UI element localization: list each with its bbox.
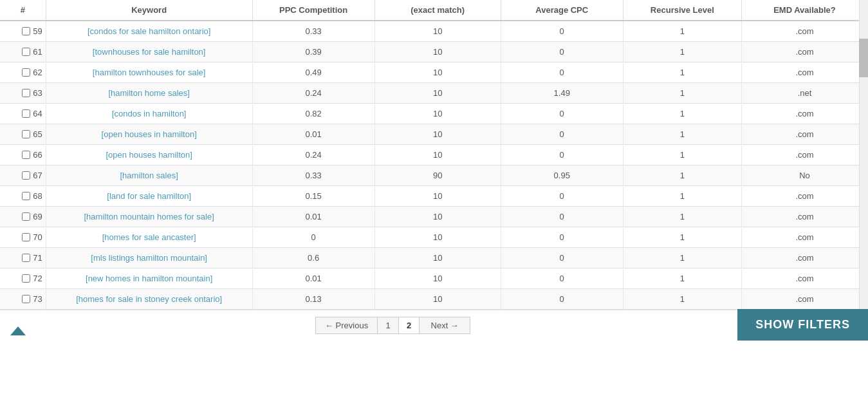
- table-row: 65[open houses in hamilton]0.011001.com: [0, 124, 868, 145]
- row-number: 70: [33, 232, 42, 242]
- keyword-cell: [hamilton townhouses for sale]: [46, 62, 252, 83]
- emd-available-cell: .com: [741, 248, 867, 268]
- row-checkbox[interactable]: [22, 48, 30, 56]
- ppc-cell: 0.13: [252, 289, 374, 310]
- row-checkbox[interactable]: [22, 295, 30, 303]
- row-number: 67: [33, 171, 42, 180]
- row-number: 64: [33, 109, 42, 118]
- row-number-cell: 70: [0, 227, 46, 248]
- pagination-bar: ← Previous 12 Next → SHOW FILTERS: [0, 310, 868, 341]
- ppc-cell: 0.24: [252, 145, 374, 165]
- exact-match-cell: 10: [374, 62, 501, 83]
- exact-match-cell: 10: [374, 248, 501, 268]
- recursive-level-cell: 1: [623, 268, 741, 289]
- table-row: 66[open houses hamilton]0.241001.com: [0, 145, 868, 165]
- row-number: 68: [33, 191, 42, 201]
- row-number: 59: [33, 26, 42, 36]
- emd-available-cell: .com: [741, 268, 867, 289]
- row-checkbox[interactable]: [22, 151, 30, 159]
- scrollbar[interactable]: [859, 0, 868, 310]
- row-checkbox[interactable]: [22, 192, 30, 200]
- ppc-cell: 0.33: [252, 165, 374, 186]
- table-row: 61[townhouses for sale hamilton]0.391001…: [0, 42, 868, 62]
- exact-match-cell: 10: [374, 145, 501, 165]
- ppc-cell: 0.24: [252, 83, 374, 104]
- page-number-1[interactable]: 1: [378, 317, 398, 334]
- scroll-top-arrow[interactable]: [10, 326, 26, 335]
- exact-match-cell: 10: [374, 21, 501, 42]
- emd-available-cell: .com: [741, 21, 867, 42]
- recursive-level-cell: 1: [623, 21, 741, 42]
- avg-cpc-cell: 0: [501, 124, 623, 145]
- emd-available-cell: .com: [741, 62, 867, 83]
- table-container: # Keyword PPC Competition (exact match) …: [0, 0, 868, 341]
- exact-match-cell: 10: [374, 83, 501, 104]
- row-number-cell: 65: [0, 124, 46, 145]
- row-checkbox[interactable]: [22, 274, 30, 283]
- col-header-hash: #: [0, 0, 46, 21]
- keyword-cell: [hamilton mountain homes for sale]: [46, 207, 252, 227]
- col-header-exact: (exact match): [374, 0, 501, 21]
- exact-match-cell: 10: [374, 124, 501, 145]
- table-body: 59[condos for sale hamilton ontario]0.33…: [0, 21, 868, 310]
- avg-cpc-cell: 0: [501, 104, 623, 124]
- ppc-cell: 0: [252, 227, 374, 248]
- recursive-level-cell: 1: [623, 289, 741, 310]
- ppc-cell: 0.15: [252, 186, 374, 207]
- scrollbar-thumb[interactable]: [859, 39, 868, 77]
- ppc-cell: 0.33: [252, 21, 374, 42]
- recursive-level-cell: 1: [623, 207, 741, 227]
- table-row: 70[homes for sale ancaster]01001.com: [0, 227, 868, 248]
- row-number-cell: 61: [0, 42, 46, 62]
- col-header-ppc: PPC Competition: [252, 0, 374, 21]
- show-filters-button[interactable]: SHOW FILTERS: [737, 309, 868, 341]
- table-row: 59[condos for sale hamilton ontario]0.33…: [0, 21, 868, 42]
- row-number-cell: 73: [0, 289, 46, 310]
- row-number: 66: [33, 150, 42, 160]
- table-row: 72[new homes in hamilton mountain]0.0110…: [0, 268, 868, 289]
- avg-cpc-cell: 0: [501, 21, 623, 42]
- recursive-level-cell: 1: [623, 145, 741, 165]
- row-checkbox[interactable]: [22, 254, 30, 262]
- col-header-emd: EMD Available?: [741, 0, 867, 21]
- page-number-2[interactable]: 2: [398, 317, 419, 334]
- keyword-cell: [mls listings hamilton mountain]: [46, 248, 252, 268]
- avg-cpc-cell: 0: [501, 248, 623, 268]
- recursive-level-cell: 1: [623, 248, 741, 268]
- row-checkbox[interactable]: [22, 130, 30, 138]
- table-row: 67[hamilton sales]0.33900.951No: [0, 165, 868, 186]
- avg-cpc-cell: 0: [501, 62, 623, 83]
- exact-match-cell: 10: [374, 207, 501, 227]
- emd-available-cell: .com: [741, 104, 867, 124]
- recursive-level-cell: 1: [623, 42, 741, 62]
- emd-available-cell: .net: [741, 83, 867, 104]
- table-row: 63[hamilton home sales]0.24101.491.net: [0, 83, 868, 104]
- row-checkbox[interactable]: [22, 27, 30, 35]
- row-checkbox[interactable]: [22, 212, 30, 221]
- row-number: 65: [33, 129, 42, 139]
- row-number-cell: 59: [0, 21, 46, 42]
- row-checkbox[interactable]: [22, 109, 30, 118]
- recursive-level-cell: 1: [623, 83, 741, 104]
- ppc-cell: 0.49: [252, 62, 374, 83]
- row-checkbox[interactable]: [22, 68, 30, 77]
- avg-cpc-cell: 0.95: [501, 165, 623, 186]
- emd-available-cell: .com: [741, 207, 867, 227]
- row-number: 71: [33, 253, 42, 263]
- row-checkbox[interactable]: [22, 233, 30, 241]
- next-button[interactable]: Next →: [419, 317, 470, 334]
- row-checkbox[interactable]: [22, 89, 30, 97]
- emd-available-cell: .com: [741, 145, 867, 165]
- row-number: 69: [33, 212, 42, 221]
- avg-cpc-cell: 0: [501, 289, 623, 310]
- row-checkbox[interactable]: [22, 171, 30, 180]
- keyword-cell: [hamilton sales]: [46, 165, 252, 186]
- keyword-cell: [homes for sale ancaster]: [46, 227, 252, 248]
- row-number-cell: 64: [0, 104, 46, 124]
- row-number-cell: 67: [0, 165, 46, 186]
- page-numbers: 12: [378, 317, 419, 334]
- table-row: 64[condos in hamilton]0.821001.com: [0, 104, 868, 124]
- emd-available-cell: .com: [741, 186, 867, 207]
- prev-button[interactable]: ← Previous: [315, 317, 378, 334]
- table-row: 73[homes for sale in stoney creek ontari…: [0, 289, 868, 310]
